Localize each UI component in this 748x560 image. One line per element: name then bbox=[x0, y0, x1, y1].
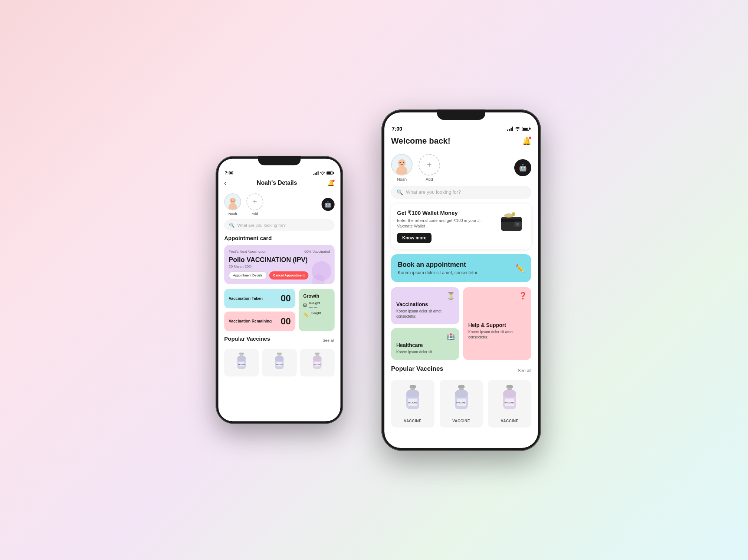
cancel-appointment-button[interactable]: Cancel Appointment bbox=[269, 271, 308, 279]
svg-text:VACCINE: VACCINE bbox=[408, 402, 418, 404]
left-signal-icon bbox=[313, 171, 319, 175]
svg-rect-49 bbox=[503, 390, 516, 397]
vaccine-bottle-svg-3: VACCINE bbox=[309, 352, 325, 373]
weight-value: — — bbox=[309, 305, 320, 309]
right-see-all[interactable]: See all bbox=[518, 368, 531, 373]
question-circle-icon: ❓ bbox=[519, 292, 527, 300]
left-profile-noah[interactable]: Noah bbox=[224, 193, 241, 215]
service-grid: ⏳ Vaccinations Korem ipsum dolor sit ame… bbox=[391, 287, 531, 360]
book-appointment-card[interactable]: Book an appointment Korem ipsum dolor si… bbox=[391, 254, 531, 282]
svg-text:VACCINE: VACCINE bbox=[276, 363, 283, 365]
right-vaccine-2[interactable]: VACCINE VACCINE bbox=[440, 380, 483, 428]
healthcare-card[interactable]: 🏥 Healthcare Korem ipsum dolor sit. bbox=[391, 328, 459, 360]
book-appointment-info: Book an appointment Korem ipsum dolor si… bbox=[398, 261, 478, 275]
left-vaccine-2[interactable]: VACCINE bbox=[262, 348, 296, 376]
left-search-bar[interactable]: 🔍 What are you looking for? bbox=[224, 219, 334, 230]
wallet-know-more-button[interactable]: Know more bbox=[397, 233, 432, 243]
appt-header: Fred's Next Vaccination 00% Vaccinated bbox=[229, 249, 330, 253]
left-battery-icon bbox=[327, 171, 334, 174]
right-chatbot-button[interactable]: 🤖 bbox=[514, 159, 531, 176]
left-appointment-title: Appointment card bbox=[224, 235, 334, 242]
right-time: 7:00 bbox=[392, 126, 402, 132]
left-popular-title: Popular Vaccines bbox=[224, 335, 270, 342]
page-title: Noah's Details bbox=[257, 179, 297, 186]
svg-rect-18 bbox=[316, 354, 319, 356]
growth-card[interactable]: Growth ⊞ Weight — — 📏 Height bbox=[299, 288, 335, 331]
left-chatbot-button[interactable]: 🤖 bbox=[322, 198, 335, 211]
right-search-placeholder: What are you looking for? bbox=[406, 189, 461, 195]
remaining-label: Vaccination Remaining bbox=[229, 319, 272, 323]
right-popular-header: Popular Vaccines See all bbox=[391, 365, 531, 376]
left-search-icon: 🔍 bbox=[229, 222, 234, 227]
right-bell-button[interactable]: 🔔 bbox=[522, 137, 531, 145]
vaccination-remaining-card[interactable]: Vaccination Remaining 00 bbox=[224, 311, 295, 331]
left-noah-label: Noah bbox=[229, 212, 237, 216]
appt-vaccinated-pct: 00% Vaccinated bbox=[304, 249, 330, 253]
left-add-circle[interactable]: + bbox=[246, 193, 263, 210]
right-add-circle[interactable]: + bbox=[419, 154, 440, 176]
right-bell-dot bbox=[529, 137, 531, 139]
height-icon: 📏 bbox=[303, 312, 309, 317]
left-appointment-card: Fred's Next Vaccination 00% Vaccinated P… bbox=[224, 245, 334, 284]
right-vaccine-3-label: VACCINE bbox=[501, 419, 519, 423]
taken-value: 00 bbox=[280, 293, 291, 304]
appointment-details-button[interactable]: Appointment Details bbox=[229, 271, 267, 279]
help-support-card[interactable]: ❓ Help & Support Korem ipsum dolor sit a… bbox=[463, 287, 531, 360]
height-label: Height bbox=[311, 311, 321, 315]
baby-avatar-svg bbox=[225, 193, 240, 210]
vaccinations-desc: Korem ipsum dolor sit amet, consectetur. bbox=[396, 309, 454, 319]
left-status-icons bbox=[313, 171, 334, 175]
vaccination-taken-card[interactable]: Vaccination Taken 00 bbox=[224, 288, 295, 308]
right-wifi-icon bbox=[515, 127, 521, 131]
svg-point-31 bbox=[516, 223, 519, 226]
right-baby-avatar-svg bbox=[392, 154, 412, 176]
svg-point-33 bbox=[512, 212, 515, 216]
wallet-icon bbox=[499, 211, 525, 241]
svg-rect-11 bbox=[277, 353, 282, 354]
height-value: — — bbox=[311, 315, 321, 319]
svg-rect-12 bbox=[278, 354, 281, 356]
right-search-bar[interactable]: 🔍 What are you looking for? bbox=[391, 186, 531, 199]
weight-label: Weight bbox=[309, 301, 320, 305]
svg-text:VACCINE: VACCINE bbox=[314, 363, 321, 365]
left-header: ‹ Noah's Details 🔔 bbox=[224, 178, 334, 190]
right-vaccine-1[interactable]: VACCINE VACCINE bbox=[391, 380, 434, 428]
wallet-info: Get ₹100 Wallet Money Enter the referral… bbox=[397, 210, 495, 243]
right-noah-label: Noah bbox=[397, 177, 407, 181]
edit-pencil-icon: ✏️ bbox=[515, 264, 525, 273]
back-button[interactable]: ‹ bbox=[224, 179, 226, 187]
right-status-icons bbox=[507, 127, 531, 131]
svg-rect-40 bbox=[458, 385, 465, 388]
right-add-profile[interactable]: + Add bbox=[419, 154, 440, 181]
healthcare-desc: Korem ipsum dolor sit. bbox=[396, 350, 454, 355]
bell-notification-dot bbox=[332, 179, 335, 181]
vaccinations-card[interactable]: ⏳ Vaccinations Korem ipsum dolor sit ame… bbox=[391, 287, 459, 324]
left-vaccine-3[interactable]: VACCINE bbox=[300, 348, 334, 376]
svg-rect-46 bbox=[506, 385, 513, 388]
welcome-title: Welcome back! bbox=[391, 136, 450, 146]
book-desc: Korem ipsum dolor sit amet, consectetur. bbox=[398, 270, 478, 275]
svg-rect-47 bbox=[507, 388, 512, 390]
left-stats-col: Vaccination Taken 00 Vaccination Remaini… bbox=[224, 288, 295, 331]
wallet-svg bbox=[499, 211, 525, 237]
left-search-placeholder: What are you looking for? bbox=[237, 222, 285, 227]
right-header: Welcome back! 🔔 bbox=[391, 135, 531, 151]
growth-weight-item: ⊞ Weight — — bbox=[303, 301, 330, 309]
right-vaccine-3[interactable]: VACCINE VACCINE bbox=[488, 380, 531, 428]
svg-rect-6 bbox=[240, 354, 243, 356]
bell-button[interactable]: 🔔 bbox=[327, 179, 334, 186]
right-search-icon: 🔍 bbox=[397, 189, 403, 195]
right-profile-noah[interactable]: Noah bbox=[391, 154, 413, 181]
right-popular-title: Popular Vaccines bbox=[391, 365, 443, 373]
left-avatar-noah bbox=[224, 193, 241, 210]
svg-rect-41 bbox=[459, 388, 464, 390]
right-screen: 7:00 bbox=[384, 112, 538, 448]
healthcare-title: Healthcare bbox=[396, 342, 454, 348]
left-add-profile[interactable]: + Add bbox=[246, 193, 263, 215]
left-vaccine-1[interactable]: VACCINE bbox=[224, 348, 259, 376]
left-see-all[interactable]: See all bbox=[322, 338, 334, 343]
right-vaccine-bottle-svg-2: VACCINE bbox=[449, 384, 473, 416]
hourglass-icon: ⏳ bbox=[447, 292, 455, 300]
svg-rect-37 bbox=[406, 390, 419, 397]
left-add-label: Add bbox=[252, 212, 258, 216]
